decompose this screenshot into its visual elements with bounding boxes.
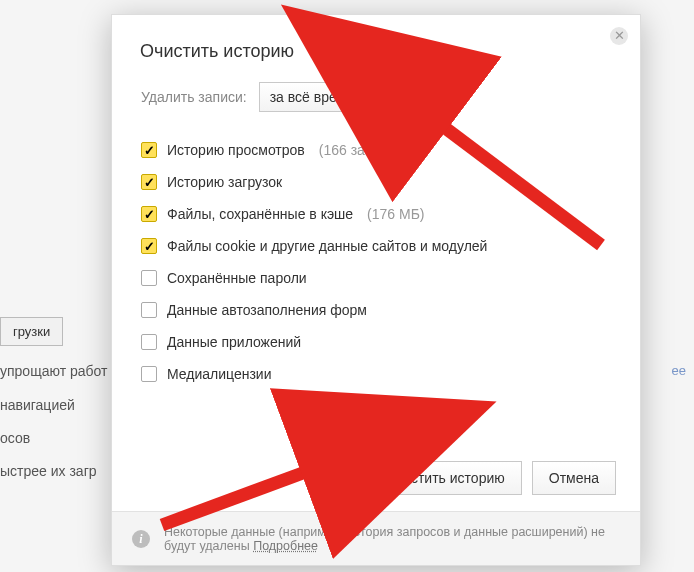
clear-option-item: Историю просмотров(166 записей) [140, 134, 612, 166]
bg-text-faster: ыстрее их загр [0, 463, 97, 479]
checkbox[interactable] [141, 366, 157, 382]
option-label: Данные автозаполнения форм [167, 302, 367, 318]
cancel-button[interactable]: Отмена [532, 461, 616, 495]
clear-option-item: Файлы, сохранённые в кэше(176 МБ) [140, 198, 612, 230]
period-value: за всё время [270, 89, 354, 105]
option-suffix: (176 МБ) [367, 206, 424, 222]
info-icon: i [132, 530, 150, 548]
chevron-down-icon: ▼ [408, 92, 418, 103]
clear-history-dialog: ✕ Очистить историю Удалить записи: за вс… [111, 14, 641, 566]
downloads-button[interactable]: грузки [0, 317, 63, 346]
footer-text-wrap: Некоторые данные (например, история запр… [164, 525, 620, 553]
bg-text-simplify: упрощают работ [0, 363, 107, 379]
footer-learn-more-link[interactable]: Подробнее [253, 539, 318, 553]
option-label: Медиалицензии [167, 366, 272, 382]
option-label: Сохранённые пароли [167, 270, 307, 286]
option-label: Данные приложений [167, 334, 301, 350]
clear-option-item: Файлы cookie и другие данные сайтов и мо… [140, 230, 612, 262]
bg-link-more[interactable]: ее [672, 363, 686, 378]
bg-text-requests: осов [0, 430, 30, 446]
clear-option-item: Историю загрузок [140, 166, 612, 198]
checkbox[interactable] [141, 238, 157, 254]
clear-option-item: Данные приложений [140, 326, 612, 358]
close-icon[interactable]: ✕ [610, 27, 628, 45]
clear-option-item: Данные автозаполнения форм [140, 294, 612, 326]
option-suffix: (166 записей) [319, 142, 408, 158]
checkbox[interactable] [141, 174, 157, 190]
checkbox[interactable] [141, 334, 157, 350]
clear-option-item: Сохранённые пароли [140, 262, 612, 294]
clear-option-item: Медиалицензии [140, 358, 612, 390]
period-dropdown[interactable]: за всё время ▼ [259, 82, 429, 112]
option-label: Историю просмотров [167, 142, 305, 158]
dialog-title: Очистить историю [112, 15, 640, 76]
bg-text-navigation: навигацией [0, 397, 75, 413]
option-label: Файлы, сохранённые в кэше [167, 206, 353, 222]
clear-options-list: Историю просмотров(166 записей)Историю з… [140, 134, 612, 390]
option-label: Файлы cookie и другие данные сайтов и мо… [167, 238, 487, 254]
checkbox[interactable] [141, 206, 157, 222]
dialog-footer: i Некоторые данные (например, история за… [112, 511, 640, 565]
checkbox[interactable] [141, 302, 157, 318]
footer-text: Некоторые данные (например, история запр… [164, 525, 605, 553]
checkbox[interactable] [141, 270, 157, 286]
clear-history-button[interactable]: Очистить историю [368, 461, 522, 495]
checkbox[interactable] [141, 142, 157, 158]
period-label: Удалить записи: [141, 89, 247, 105]
option-label: Историю загрузок [167, 174, 282, 190]
